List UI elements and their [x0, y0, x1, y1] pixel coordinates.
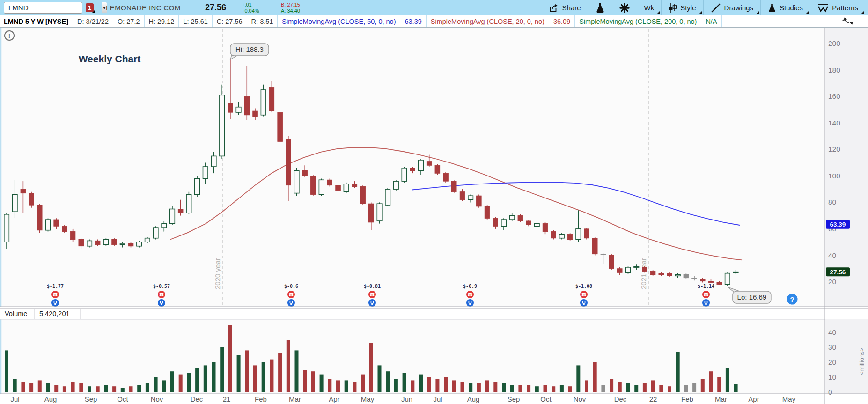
svg-text:☎: ☎ [369, 292, 375, 297]
volume-bar [527, 385, 530, 392]
price-tick-label: 80 [828, 198, 837, 206]
x-axis-label: Dec [191, 395, 203, 403]
volume-bar [469, 383, 472, 392]
volume-bar [560, 385, 564, 392]
volume-bar [154, 377, 158, 392]
x-axis-label: Dec [614, 395, 627, 403]
volume-bar [54, 385, 58, 392]
price-tick-label: 40 [828, 251, 837, 259]
svg-text:☎: ☎ [581, 292, 587, 297]
dividend-bulb-icon [51, 299, 59, 307]
candle [593, 237, 598, 256]
x-axis-label: Nov [151, 395, 163, 403]
candle [319, 179, 324, 196]
volume-bar [535, 386, 539, 392]
x-axis-label: 21 [223, 395, 231, 403]
svg-text:☎: ☎ [467, 292, 473, 297]
volume-bar [287, 340, 290, 392]
volume-bar [46, 383, 50, 392]
x-axis-label: Apr [329, 395, 339, 403]
volume-bar [29, 383, 33, 392]
svg-text:☎: ☎ [703, 292, 709, 297]
dividend-bulb-icon [158, 299, 165, 307]
x-axis-label: May [782, 395, 796, 403]
volume-bar [692, 383, 696, 392]
volume-bar [477, 383, 481, 392]
volume-bar [13, 379, 17, 392]
svg-text:!: ! [8, 32, 10, 39]
chart-background [0, 28, 868, 404]
volume-bar [651, 380, 655, 392]
candle [452, 180, 457, 193]
volume-bar [634, 385, 638, 392]
dividend-bulb-icon [702, 299, 710, 307]
volume-bar [552, 386, 555, 392]
x-axis-label: Mar [715, 395, 727, 403]
candle [551, 230, 556, 240]
volume-pane-label: Volume [5, 310, 27, 317]
svg-text:27.56: 27.56 [830, 269, 846, 276]
volume-bar [245, 350, 249, 392]
candle [435, 164, 440, 175]
candle [385, 188, 390, 206]
volume-bar [394, 379, 398, 392]
candle [186, 192, 191, 214]
svg-text:$-1.08: $-1.08 [575, 284, 592, 289]
price-tick-label: 120 [828, 145, 840, 153]
x-axis-label: May [361, 395, 375, 403]
x-axis-label: Sep [508, 395, 520, 403]
candle [402, 167, 407, 183]
x-axis-label: Aug [44, 395, 57, 403]
trading-platform-window: ▼ 1 LEMONADE INC COM 27.56 +.01 +0.04% B… [0, 0, 868, 404]
volume-bar [427, 377, 431, 392]
candle [477, 194, 482, 207]
dividend-bulb-icon [368, 299, 376, 307]
x-axis-label: Sep [85, 395, 97, 403]
candle [153, 226, 158, 239]
candle [360, 185, 366, 205]
candle [45, 218, 51, 231]
svg-text:Lo: 16.69: Lo: 16.69 [737, 293, 767, 301]
volume-bar [187, 373, 191, 392]
volume-bar [461, 382, 464, 392]
price-tick-label: 140 [828, 119, 840, 127]
svg-text:$-0.9: $-0.9 [463, 284, 477, 289]
price-tick-label: 100 [828, 172, 840, 180]
volume-bar [237, 355, 241, 392]
volume-bar [345, 380, 348, 392]
x-axis-label: Feb [681, 395, 693, 403]
volume-bar [129, 386, 133, 392]
volume-bar [38, 380, 42, 392]
volume-bar [576, 365, 580, 392]
svg-text:☎: ☎ [159, 292, 164, 297]
help-icon[interactable]: ? [787, 294, 798, 305]
volume-tick-label: 30 [828, 343, 837, 351]
volume-bar [220, 347, 224, 392]
volume-bar [253, 365, 257, 392]
candle [625, 266, 631, 274]
x-axis-label: Mar [289, 395, 301, 403]
price-tick-label: 200 [828, 39, 840, 47]
x-axis-label: Oct [117, 395, 128, 403]
volume-bar [5, 350, 8, 392]
candle [62, 225, 67, 233]
candle [394, 180, 399, 191]
price-chart-canvas[interactable]: 2020 year2021 year$-1.77☎$-0.57☎$-0.6☎$-… [0, 0, 868, 404]
x-axis-label: Nov [574, 395, 586, 403]
volume-tick-label: 10 [828, 373, 837, 381]
volume-bar [568, 386, 572, 392]
volume-bar [21, 382, 25, 392]
volume-bar [328, 379, 331, 392]
volume-bar [626, 383, 630, 392]
volume-bar [170, 371, 174, 392]
x-axis-label: Jun [401, 395, 412, 403]
volume-bar [369, 343, 373, 392]
volume-bar [444, 377, 448, 392]
volume-bar [502, 383, 506, 392]
x-axis-label: Jul [433, 395, 442, 403]
svg-text:$-0.6: $-0.6 [284, 284, 298, 289]
volume-bar [121, 388, 125, 392]
volume-tick-label: 40 [828, 328, 837, 336]
x-axis-label: Aug [467, 395, 480, 403]
candle [609, 254, 614, 270]
